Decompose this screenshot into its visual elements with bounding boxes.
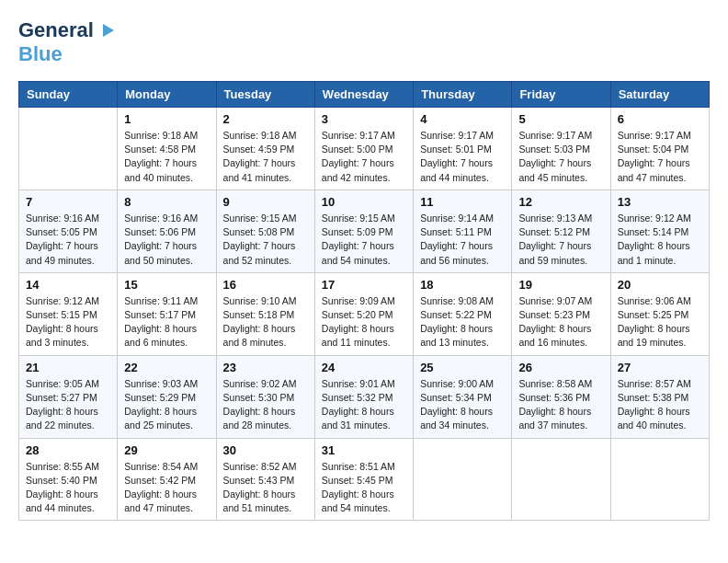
column-header-sunday: Sunday: [19, 82, 118, 108]
daylight-text: Daylight: 8 hours and 13 minutes.: [420, 322, 505, 350]
daylight-text: Daylight: 8 hours and 31 minutes.: [322, 405, 406, 432]
daylight-text: Daylight: 8 hours and 28 minutes.: [223, 405, 308, 432]
calendar-cell: 18 Sunrise: 9:08 AM Sunset: 5:22 PM Dayl…: [414, 272, 512, 355]
sunrise-text: Sunrise: 8:58 AM: [518, 377, 603, 391]
sunrise-text: Sunrise: 9:12 AM: [26, 294, 110, 308]
sunrise-text: Sunrise: 9:13 AM: [518, 212, 603, 225]
sunrise-text: Sunrise: 9:15 AM: [223, 212, 308, 225]
daylight-text: Daylight: 7 hours and 56 minutes.: [420, 239, 505, 267]
calendar-cell: 4 Sunrise: 9:17 AM Sunset: 5:01 PM Dayli…: [414, 108, 512, 190]
daylight-text: Daylight: 7 hours and 44 minutes.: [420, 156, 505, 184]
calendar-cell: 22 Sunrise: 9:03 AM Sunset: 5:29 PM Dayl…: [118, 355, 216, 438]
daylight-text: Daylight: 7 hours and 47 minutes.: [618, 156, 702, 184]
day-number: 4: [420, 112, 505, 126]
sunrise-text: Sunrise: 8:57 AM: [618, 377, 702, 391]
cell-info: Sunrise: 8:52 AM Sunset: 5:43 PM Dayligh…: [223, 460, 308, 516]
sunrise-text: Sunrise: 9:16 AM: [124, 212, 209, 225]
daylight-text: Daylight: 7 hours and 54 minutes.: [322, 239, 406, 267]
day-number: 26: [518, 361, 603, 374]
column-header-monday: Monday: [118, 82, 216, 108]
sunset-text: Sunset: 5:30 PM: [223, 391, 308, 405]
day-number: 25: [420, 361, 505, 374]
calendar-cell: 20 Sunrise: 9:06 AM Sunset: 5:25 PM Dayl…: [610, 272, 709, 355]
sunrise-text: Sunrise: 9:06 AM: [618, 294, 702, 308]
daylight-text: Daylight: 8 hours and 8 minutes.: [223, 322, 308, 350]
day-number: 1: [124, 112, 209, 126]
sunset-text: Sunset: 5:03 PM: [518, 143, 603, 156]
calendar-week-5: 28 Sunrise: 8:55 AM Sunset: 5:40 PM Dayl…: [19, 438, 710, 521]
sunset-text: Sunset: 5:32 PM: [322, 391, 406, 405]
day-number: 18: [420, 278, 505, 292]
sunrise-text: Sunrise: 9:01 AM: [322, 377, 406, 391]
cell-info: Sunrise: 8:57 AM Sunset: 5:38 PM Dayligh…: [618, 377, 702, 433]
calendar-cell: 7 Sunrise: 9:16 AM Sunset: 5:05 PM Dayli…: [19, 190, 118, 272]
sunset-text: Sunset: 5:42 PM: [124, 474, 209, 488]
cell-info: Sunrise: 9:12 AM Sunset: 5:15 PM Dayligh…: [26, 294, 110, 350]
calendar-cell: 12 Sunrise: 9:13 AM Sunset: 5:12 PM Dayl…: [512, 190, 610, 272]
cell-info: Sunrise: 9:11 AM Sunset: 5:17 PM Dayligh…: [124, 294, 209, 350]
calendar-cell: 31 Sunrise: 8:51 AM Sunset: 5:45 PM Dayl…: [314, 438, 413, 521]
page-header: General Blue: [18, 18, 710, 66]
sunrise-text: Sunrise: 8:51 AM: [322, 460, 406, 474]
cell-info: Sunrise: 9:02 AM Sunset: 5:30 PM Dayligh…: [223, 377, 308, 433]
logo-icon: [97, 20, 118, 40]
calendar-cell: 26 Sunrise: 8:58 AM Sunset: 5:36 PM Dayl…: [512, 355, 610, 438]
sunset-text: Sunset: 5:23 PM: [518, 308, 603, 322]
day-number: 22: [124, 361, 209, 374]
calendar-cell: 6 Sunrise: 9:17 AM Sunset: 5:04 PM Dayli…: [610, 108, 709, 190]
calendar-week-4: 21 Sunrise: 9:05 AM Sunset: 5:27 PM Dayl…: [19, 355, 710, 438]
day-number: 8: [124, 195, 209, 209]
day-number: 2: [223, 112, 308, 126]
sunrise-text: Sunrise: 9:05 AM: [26, 377, 110, 391]
sunrise-text: Sunrise: 9:10 AM: [223, 294, 308, 308]
cell-info: Sunrise: 9:10 AM Sunset: 5:18 PM Dayligh…: [223, 294, 308, 350]
day-number: 14: [26, 278, 110, 292]
cell-info: Sunrise: 9:14 AM Sunset: 5:11 PM Dayligh…: [420, 212, 505, 268]
calendar-cell: 8 Sunrise: 9:16 AM Sunset: 5:06 PM Dayli…: [118, 190, 216, 272]
sunrise-text: Sunrise: 9:17 AM: [618, 129, 702, 143]
day-number: 24: [322, 361, 406, 374]
daylight-text: Daylight: 7 hours and 45 minutes.: [518, 156, 603, 184]
day-number: 16: [223, 278, 308, 292]
day-number: 7: [26, 195, 110, 209]
daylight-text: Daylight: 8 hours and 34 minutes.: [420, 405, 505, 432]
sunset-text: Sunset: 5:40 PM: [26, 474, 110, 488]
cell-info: Sunrise: 9:08 AM Sunset: 5:22 PM Dayligh…: [420, 294, 505, 350]
calendar-cell: 27 Sunrise: 8:57 AM Sunset: 5:38 PM Dayl…: [610, 355, 709, 438]
calendar-cell: 11 Sunrise: 9:14 AM Sunset: 5:11 PM Dayl…: [414, 190, 512, 272]
calendar-cell: [19, 108, 118, 190]
calendar-cell: 17 Sunrise: 9:09 AM Sunset: 5:20 PM Dayl…: [314, 272, 413, 355]
calendar-cell: 28 Sunrise: 8:55 AM Sunset: 5:40 PM Dayl…: [19, 438, 118, 521]
daylight-text: Daylight: 8 hours and 47 minutes.: [124, 488, 209, 515]
day-number: 19: [518, 278, 603, 292]
daylight-text: Daylight: 8 hours and 1 minute.: [618, 239, 702, 267]
cell-info: Sunrise: 8:58 AM Sunset: 5:36 PM Dayligh…: [518, 377, 603, 433]
day-number: 6: [618, 112, 702, 126]
calendar-cell: 23 Sunrise: 9:02 AM Sunset: 5:30 PM Dayl…: [216, 355, 314, 438]
sunrise-text: Sunrise: 9:16 AM: [26, 212, 110, 225]
cell-info: Sunrise: 9:16 AM Sunset: 5:05 PM Dayligh…: [26, 212, 110, 268]
calendar-header-row: SundayMondayTuesdayWednesdayThursdayFrid…: [19, 82, 710, 108]
calendar-week-3: 14 Sunrise: 9:12 AM Sunset: 5:15 PM Dayl…: [19, 272, 710, 355]
cell-info: Sunrise: 9:07 AM Sunset: 5:23 PM Dayligh…: [518, 294, 603, 350]
calendar-cell: 15 Sunrise: 9:11 AM Sunset: 5:17 PM Dayl…: [118, 272, 216, 355]
svg-marker-0: [103, 24, 114, 37]
sunset-text: Sunset: 5:15 PM: [26, 308, 110, 322]
cell-info: Sunrise: 9:17 AM Sunset: 5:03 PM Dayligh…: [518, 129, 603, 185]
column-header-saturday: Saturday: [610, 82, 709, 108]
day-number: 28: [26, 443, 110, 457]
daylight-text: Daylight: 8 hours and 40 minutes.: [618, 405, 702, 432]
sunrise-text: Sunrise: 9:17 AM: [322, 129, 406, 143]
daylight-text: Daylight: 7 hours and 50 minutes.: [124, 239, 209, 267]
sunset-text: Sunset: 5:14 PM: [618, 225, 702, 239]
cell-info: Sunrise: 9:12 AM Sunset: 5:14 PM Dayligh…: [618, 212, 702, 268]
cell-info: Sunrise: 8:54 AM Sunset: 5:42 PM Dayligh…: [124, 460, 209, 516]
day-number: 17: [322, 278, 406, 292]
day-number: 12: [518, 195, 603, 209]
column-header-friday: Friday: [512, 82, 610, 108]
sunrise-text: Sunrise: 9:17 AM: [420, 129, 505, 143]
cell-info: Sunrise: 9:18 AM Sunset: 4:58 PM Dayligh…: [124, 129, 209, 185]
sunset-text: Sunset: 5:09 PM: [322, 225, 406, 239]
sunset-text: Sunset: 5:38 PM: [618, 391, 702, 405]
cell-info: Sunrise: 9:09 AM Sunset: 5:20 PM Dayligh…: [322, 294, 406, 350]
